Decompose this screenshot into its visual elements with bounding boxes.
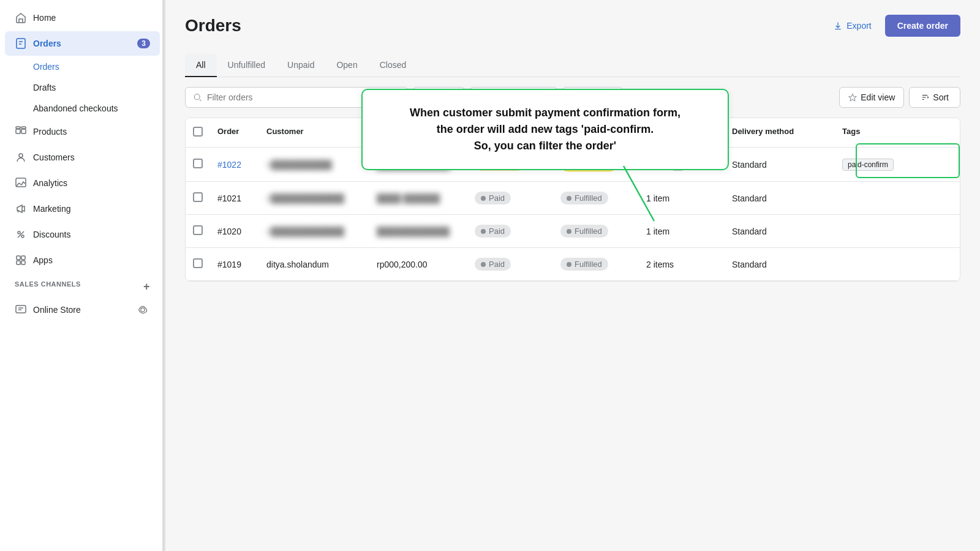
customer-cell: ri██████████ (259, 152, 369, 177)
sidebar-sub-orders[interactable]: Orders (5, 57, 160, 77)
tab-unpaid[interactable]: Unpaid (276, 54, 325, 77)
order-id-cell[interactable]: #1022 (210, 152, 259, 177)
tags-cell (835, 257, 933, 272)
tags-cell (835, 191, 933, 206)
svg-rect-11 (17, 261, 20, 264)
sort-icon (921, 93, 929, 102)
sidebar-sub-drafts[interactable]: Drafts (5, 78, 160, 97)
online-store-view-icon[interactable] (135, 302, 150, 317)
customers-icon (15, 151, 27, 163)
sidebar-discounts-label: Discounts (33, 230, 150, 239)
sidebar-item-orders[interactable]: Orders 3 (5, 31, 160, 56)
sidebar-sub-drafts-label: Drafts (33, 83, 56, 92)
svg-rect-3 (16, 127, 20, 129)
svg-marker-17 (849, 94, 856, 100)
row-select-checkbox[interactable] (193, 159, 203, 168)
orders-icon (15, 37, 27, 50)
sidebar-item-home[interactable]: Home (5, 6, 160, 30)
row-checkbox[interactable] (186, 151, 210, 178)
order-link[interactable]: #1022 (217, 160, 241, 170)
sidebar-item-discounts[interactable]: Discounts (5, 222, 160, 247)
sidebar-item-apps[interactable]: Apps (5, 248, 160, 272)
row-select-checkbox[interactable] (193, 258, 203, 268)
total-cell: ████ ██████ (369, 186, 467, 211)
analytics-icon (15, 177, 27, 189)
row-checkbox[interactable] (186, 185, 210, 211)
svg-rect-12 (21, 261, 25, 264)
table-row[interactable]: #1019 ditya.sholandum rp000,200.00 Paid … (186, 248, 960, 281)
fulfillment-dot (567, 196, 571, 201)
svg-rect-0 (17, 39, 25, 48)
select-all-checkbox[interactable] (193, 127, 203, 137)
col-checkbox[interactable] (186, 124, 210, 141)
row-checkbox[interactable] (186, 218, 210, 244)
tab-unpaid-label: Unpaid (287, 60, 314, 70)
tags-cell: paid-confirm (835, 151, 933, 178)
payment-badge: Paid (475, 192, 511, 204)
tab-open[interactable]: Open (325, 54, 368, 77)
payment-badge: Paid (475, 225, 511, 238)
sidebar-item-online-store[interactable]: Online Store (5, 296, 160, 323)
fulfillment-badge: Fulfilled (560, 225, 608, 238)
payment-cell: Paid (467, 184, 553, 212)
svg-line-15 (624, 166, 654, 221)
sidebar-scrollbar (162, 0, 165, 551)
edit-view-button[interactable]: Edit view (839, 87, 904, 108)
row-select-checkbox[interactable] (193, 192, 203, 202)
customer-cell: d████████████ (259, 186, 369, 211)
tag-paid-confirm: paid-confirm (842, 159, 894, 171)
products-icon (15, 126, 27, 138)
svg-point-14 (141, 308, 145, 312)
home-icon (15, 12, 27, 24)
search-icon (193, 92, 202, 102)
badge-dot (481, 196, 486, 201)
create-order-label: Create order (897, 21, 948, 31)
order-id: #1019 (217, 260, 241, 269)
sidebar-online-store-label: Online Store (33, 305, 81, 315)
order-id-cell[interactable]: #1021 (210, 186, 259, 211)
sidebar-sub-orders-label: Orders (33, 62, 59, 72)
tab-unfulfilled[interactable]: Unfulfilled (217, 54, 276, 77)
sidebar-item-products[interactable]: Products (5, 119, 160, 144)
header-actions: Export Create order (826, 15, 960, 37)
tab-all[interactable]: All (185, 54, 217, 77)
page-title: Orders (185, 16, 241, 36)
edit-view-label: Edit view (861, 92, 895, 102)
sidebar-item-analytics[interactable]: Analytics (5, 171, 160, 195)
row-select-checkbox[interactable] (193, 225, 203, 235)
order-id-cell[interactable]: #1019 (210, 252, 259, 277)
fulfillment-dot (567, 229, 571, 234)
sidebar-item-marketing[interactable]: Marketing (5, 197, 160, 221)
payment-cell: Paid (467, 217, 553, 245)
items-cell: 2 items (639, 252, 725, 277)
add-sales-channel-icon[interactable]: + (143, 280, 150, 293)
delivery-cell: Standard (725, 186, 835, 211)
sidebar-item-customers[interactable]: Customers (5, 145, 160, 170)
sort-button[interactable]: Sort (909, 87, 960, 108)
svg-rect-10 (21, 256, 25, 260)
create-order-button[interactable]: Create order (885, 15, 960, 37)
main-content: Orders Export Create order When customer… (165, 0, 980, 551)
delivery-method: Standard (732, 193, 767, 203)
discounts-icon (15, 228, 27, 241)
order-id-cell[interactable]: #1020 (210, 219, 259, 244)
fulfillment-badge: Fulfilled (560, 192, 608, 204)
total-cell: rp000,200.00 (369, 252, 467, 277)
sales-channels-section: SALES CHANNELS + (0, 273, 165, 296)
sidebar-products-label: Products (33, 127, 150, 137)
table-row[interactable]: #1020 d████████████ ████████████ Paid Fu… (186, 215, 960, 248)
customer-cell: d████████████ (259, 219, 369, 244)
fulfillment-cell: Fulfilled (553, 250, 639, 278)
callout-box: When customer submit payment confirmatio… (361, 89, 729, 170)
sidebar-sub-abandoned[interactable]: Abandoned checkouts (5, 99, 160, 118)
col-tags-header: Tags (835, 124, 933, 141)
tab-all-label: All (196, 60, 206, 70)
export-button[interactable]: Export (826, 16, 878, 36)
delivery-method: Standard (732, 260, 767, 269)
row-checkbox[interactable] (186, 251, 210, 277)
sidebar-customers-label: Customers (33, 152, 150, 162)
tab-closed[interactable]: Closed (369, 54, 418, 77)
table-row[interactable]: #1021 d████████████ ████ ██████ Paid Ful… (186, 182, 960, 215)
sales-channels-label: SALES CHANNELS (15, 280, 81, 288)
tab-open-label: Open (336, 60, 357, 70)
